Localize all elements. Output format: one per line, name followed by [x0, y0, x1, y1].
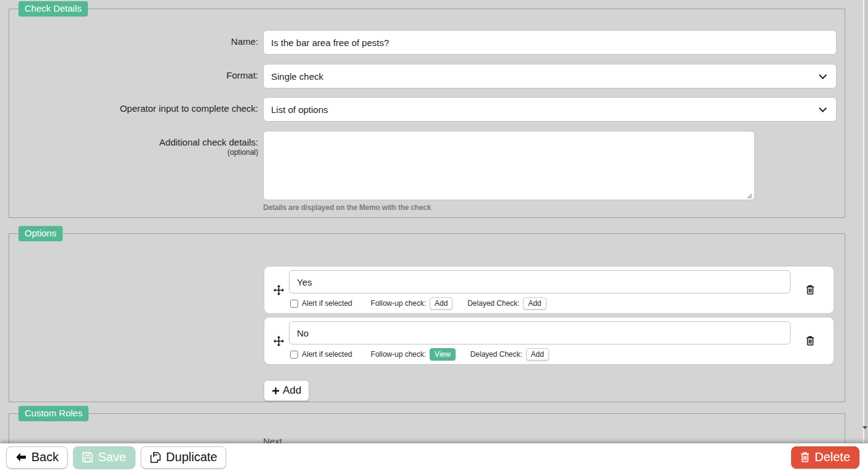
move-handle-icon[interactable]: [274, 285, 284, 295]
delete-option-button[interactable]: [805, 335, 816, 347]
vertical-scrollbar[interactable]: [863, 0, 868, 443]
save-button[interactable]: Save: [73, 446, 135, 469]
option-value-input[interactable]: [289, 321, 791, 344]
operator-input-select[interactable]: List of options: [263, 97, 837, 122]
follow-up-view-button[interactable]: View: [430, 348, 456, 360]
save-floppy-icon: [82, 452, 93, 462]
duplicate-button[interactable]: Duplicate: [141, 446, 226, 469]
add-option-button[interactable]: Add: [264, 380, 309, 401]
alert-if-selected-label: Alert if selected: [302, 350, 352, 359]
footer-toolbar: Back Save Duplicate Delete: [0, 443, 868, 471]
back-arrow-icon: [15, 453, 26, 462]
follow-up-add-button[interactable]: Add: [430, 297, 452, 309]
option-row: Alert if selected Follow-up check: View …: [264, 317, 834, 365]
delayed-add-button[interactable]: Add: [526, 348, 549, 360]
alert-if-selected-label: Alert if selected: [302, 299, 352, 308]
name-label: Name:: [9, 30, 263, 55]
check-details-legend: Check Details: [18, 1, 88, 17]
details-label: Additional check details: (optional): [9, 131, 263, 212]
custom-roles-legend: Custom Roles: [18, 406, 89, 421]
format-select[interactable]: Single check: [263, 64, 837, 88]
delete-option-button[interactable]: [805, 284, 816, 296]
alert-if-selected-checkbox[interactable]: [290, 300, 298, 308]
follow-up-check-label: Follow-up check:: [371, 299, 426, 308]
option-row: Alert if selected Follow-up check: Add D…: [264, 266, 834, 314]
page-content: Check Details Name: Format: Single check…: [0, 0, 863, 471]
alert-if-selected-checkbox[interactable]: [290, 351, 298, 359]
details-textarea[interactable]: [263, 131, 755, 200]
plus-icon: [272, 387, 280, 395]
format-row: Format: Single check: [9, 64, 845, 88]
delete-trash-icon: [800, 452, 810, 462]
chevron-down-icon: [819, 71, 827, 79]
trash-icon: [806, 285, 815, 295]
check-details-section: Check Details Name: Format: Single check…: [9, 9, 845, 218]
duplicate-pages-icon: [150, 452, 161, 463]
scrollbar-down-arrow-icon[interactable]: [862, 426, 867, 429]
delayed-check-label: Delayed Check:: [467, 299, 519, 308]
details-optional-label: (optional): [9, 148, 258, 157]
delete-button[interactable]: Delete: [791, 446, 859, 469]
name-input[interactable]: [263, 30, 837, 55]
follow-up-check-label: Follow-up check:: [371, 350, 426, 359]
options-section: Options Alert if selected Follow-up chec…: [9, 233, 845, 402]
delayed-add-button[interactable]: Add: [523, 297, 546, 309]
format-label: Format:: [9, 64, 263, 88]
details-hint: Details are displayed on the Memo with t…: [263, 203, 837, 212]
chevron-down-icon: [819, 104, 827, 112]
operator-input-label: Operator input to complete check:: [9, 97, 263, 122]
delayed-check-label: Delayed Check:: [470, 350, 523, 359]
operator-input-select-value: List of options: [271, 104, 328, 115]
operator-input-row: Operator input to complete check: List o…: [9, 97, 845, 122]
trash-icon: [806, 336, 815, 346]
back-button[interactable]: Back: [6, 446, 68, 469]
format-select-value: Single check: [271, 71, 323, 82]
details-row: Additional check details: (optional) Det…: [9, 131, 845, 212]
move-handle-icon[interactable]: [274, 336, 284, 346]
options-legend: Options: [18, 226, 63, 241]
option-value-input[interactable]: [289, 270, 791, 294]
name-row: Name:: [9, 30, 845, 55]
